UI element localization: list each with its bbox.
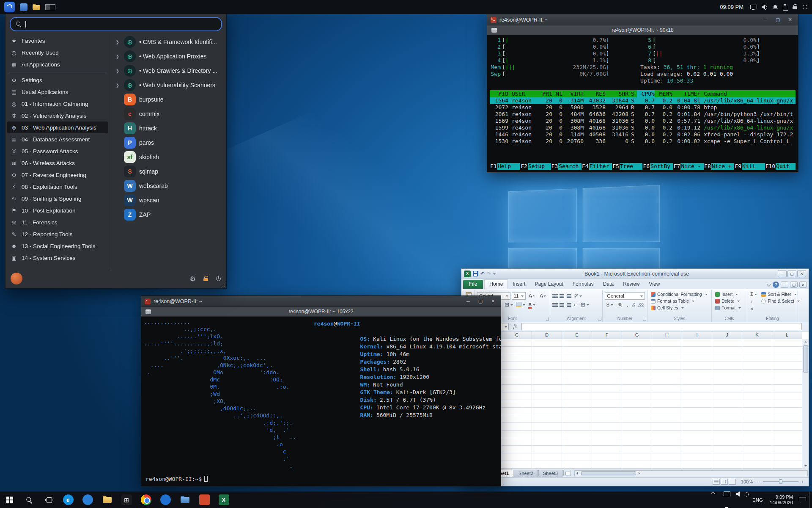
workbook-restore-button[interactable]: ▢	[790, 282, 798, 288]
styles-button[interactable]: Format as Table	[650, 298, 709, 304]
terminal-screen[interactable]: .............. ..,;:ccc,. ......''';lxO.…	[141, 317, 501, 486]
column-header[interactable]: NI	[552, 90, 562, 97]
align-left-icon[interactable]	[552, 302, 558, 307]
zoom-slider[interactable]	[763, 481, 798, 483]
edge-icon[interactable]: e	[58, 491, 78, 508]
ribbon-tab[interactable]: Formulas	[568, 280, 598, 289]
panel-clock[interactable]: 09:09 PM	[720, 4, 743, 10]
insert-worksheet-button[interactable]	[563, 470, 571, 476]
scroll-up-icon[interactable]	[803, 339, 809, 345]
function-key-button[interactable]: F5 Tree	[612, 163, 642, 170]
language-indicator[interactable]: ENG	[749, 491, 766, 508]
window-titlebar[interactable]: re4son@WOPR-II: ~ ─ ▢ ✕	[141, 296, 501, 307]
tray-volume-icon[interactable]	[736, 491, 749, 508]
settings-manager-icon[interactable]: ⚙	[190, 275, 196, 283]
notifications-icon[interactable]	[773, 5, 778, 10]
process-row[interactable]: 1446 re4son 20 0 314M 40508 31416 S 0.0 …	[490, 131, 796, 138]
sheet-tab[interactable]: Sheet2	[514, 470, 538, 477]
action-center-icon[interactable]	[796, 491, 809, 508]
scroll-right-icon[interactable]	[636, 470, 642, 476]
workbook-minimize-button[interactable]: ─	[781, 282, 788, 288]
decrease-decimal-button[interactable]	[637, 301, 645, 309]
orientation-button[interactable]	[573, 292, 583, 300]
menu-category-item[interactable]: ◷ Recently Used	[7, 47, 108, 58]
menu-app-item[interactable]: ❯ ⊕ • Web Vulnerability Scanners	[113, 78, 224, 92]
fill-color-button[interactable]	[515, 301, 526, 309]
column-header[interactable]: PRI	[539, 90, 552, 97]
merge-center-button[interactable]	[580, 301, 590, 309]
network-icon[interactable]	[724, 491, 736, 508]
menu-category-item[interactable]: ⚑ 10 - Post Exploitation	[7, 204, 108, 216]
window-titlebar[interactable]: re4son@WOPR-II: ~ ─ ▢ ✕	[487, 14, 798, 25]
maximize-button[interactable]: ▢	[476, 298, 485, 304]
cells-grid[interactable]	[472, 339, 802, 469]
process-row[interactable]: 1599 re4son 20 0 308M 40168 31036 S 0.0 …	[490, 124, 796, 131]
menu-category-item[interactable]: ▦ All Applications	[7, 58, 108, 70]
zoom-in-button[interactable]	[800, 479, 805, 484]
ribbon-tab[interactable]: Home	[484, 279, 508, 289]
increase-decimal-button[interactable]	[631, 301, 636, 309]
scroll-down-icon[interactable]	[803, 463, 809, 469]
menu-category-item[interactable]: ★ Favorites	[7, 35, 108, 47]
process-row[interactable]: 1530 re4son 20 0 20760 336 0 S 0.0 0.2 0…	[490, 138, 796, 145]
column-header[interactable]: E	[562, 331, 592, 339]
store-icon[interactable]: ⊞	[117, 491, 136, 508]
app-circle-icon[interactable]	[78, 491, 97, 508]
cells-button[interactable]: Insert	[714, 291, 745, 298]
menu-category-item[interactable]: ≣ 04 - Database Assessment	[7, 133, 108, 145]
align-top-icon[interactable]	[552, 293, 558, 298]
horizontal-scrollbar[interactable]	[574, 470, 808, 476]
align-middle-icon[interactable]	[559, 293, 565, 298]
customize-qat-icon[interactable]	[493, 273, 496, 276]
function-key-button[interactable]: F8 Nice +	[704, 163, 734, 170]
process-row[interactable]: 1569 re4son 20 0 308M 40168 31036 S 0.0 …	[490, 118, 796, 124]
menu-app-item[interactable]: Z ZAP	[113, 207, 224, 222]
search-button[interactable]	[19, 491, 39, 508]
excel-titlebar[interactable]: X ↶ ↷ Book1 - Microsoft Excel non-commer…	[461, 269, 809, 279]
menu-category-item[interactable]: ∿ 09 - Sniffing & Spoofing	[7, 193, 108, 204]
menu-category-item[interactable]: ✎ 12 - Reporting Tools	[7, 228, 108, 240]
menu-category-item[interactable]: ⚖ 11 - Forensics	[7, 216, 108, 228]
align-right-icon[interactable]	[566, 302, 571, 307]
process-row[interactable]: 1564 re4son 20 0 314M 43032 31844 S 0.7 …	[490, 97, 796, 104]
menu-app-item[interactable]: B burpsuite	[113, 92, 224, 107]
column-header[interactable]: RES	[584, 90, 606, 97]
file-manager-icon[interactable]	[33, 4, 40, 10]
undo-icon[interactable]: ↶	[480, 271, 485, 277]
font-color-button[interactable]	[527, 301, 536, 309]
borders-button[interactable]	[504, 301, 514, 309]
zoom-slider-thumb[interactable]	[779, 479, 782, 484]
ribbon-tab[interactable]: View	[645, 280, 665, 289]
user-avatar[interactable]	[11, 273, 22, 284]
workspace-switcher[interactable]	[45, 4, 55, 10]
menu-app-item[interactable]: S sqlmap	[113, 164, 224, 179]
scroll-left-icon[interactable]	[575, 470, 581, 476]
menu-category-item[interactable]: ⚙ 07 - Reverse Engineering	[7, 169, 108, 181]
app-red-icon[interactable]	[195, 491, 214, 508]
menu-category-item[interactable]: ◎ 01 - Information Gathering	[7, 98, 108, 110]
column-header[interactable]: H	[652, 331, 682, 339]
wrap-text-button[interactable]	[573, 301, 579, 309]
column-header[interactable]: F	[592, 331, 622, 339]
taskbar-clock[interactable]: 9:09 PM 14/08/2020	[766, 491, 796, 508]
maximize-button[interactable]: ▢	[787, 270, 796, 277]
percent-style-button[interactable]: %	[616, 301, 624, 309]
menu-app-item[interactable]: P paros	[113, 135, 224, 150]
panel-launcher-icon[interactable]	[20, 3, 27, 11]
ribbon-tab[interactable]: Insert	[508, 280, 530, 289]
font-size-select[interactable]: 11	[512, 292, 526, 300]
align-center-icon[interactable]	[559, 302, 565, 307]
column-header[interactable]: K	[742, 331, 772, 339]
editing-button[interactable]: Sort & Filter	[760, 291, 801, 298]
resize-grip[interactable]	[220, 282, 225, 287]
ribbon-tab[interactable]: Page Layout	[530, 280, 568, 289]
search-box[interactable]	[10, 17, 222, 31]
close-button[interactable]: ✕	[785, 17, 795, 22]
task-view-button[interactable]	[39, 491, 58, 508]
minimize-button[interactable]: ─	[761, 17, 770, 22]
editing-button[interactable]: Find & Select	[760, 298, 801, 304]
start-button[interactable]	[0, 491, 19, 508]
minimize-button[interactable]: ─	[778, 270, 787, 277]
comma-style-button[interactable]: ,	[625, 301, 630, 309]
autosum-button[interactable]: Σ	[749, 291, 758, 298]
